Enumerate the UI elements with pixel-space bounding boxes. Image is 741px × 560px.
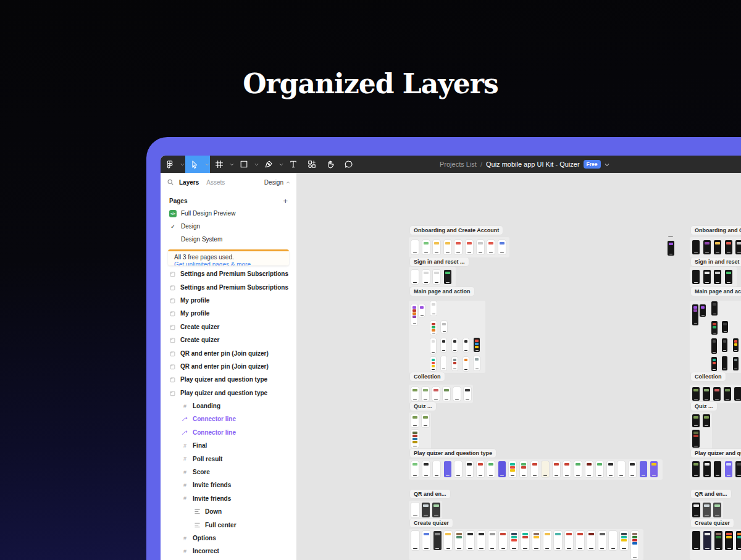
phone-frame-thumbnail[interactable] <box>711 301 718 316</box>
phone-frame-thumbnail[interactable] <box>498 240 506 254</box>
phone-frame-thumbnail[interactable] <box>692 531 700 550</box>
phone-frame-thumbnail[interactable] <box>713 503 721 517</box>
layer-row-final[interactable]: #Final <box>161 439 296 452</box>
phone-frame-thumbnail[interactable] <box>734 387 741 401</box>
section-label-create-quizer[interactable]: Create quizer <box>691 519 734 527</box>
phone-frame-thumbnail[interactable] <box>574 461 582 477</box>
section-label-onboarding-and-create-account[interactable]: Onboarding and Create Account <box>691 226 741 235</box>
phone-frame-thumbnail[interactable] <box>714 461 721 477</box>
phone-frame-thumbnail[interactable] <box>509 461 516 477</box>
phone-frame-thumbnail[interactable] <box>722 356 727 370</box>
phone-frame-thumbnail[interactable] <box>411 240 419 254</box>
layer-row-qr-and-enter-pin-join-quizer-[interactable]: QR and enter pin (Join quizer) <box>161 346 296 359</box>
frame-cluster[interactable] <box>690 412 712 449</box>
page-item-full-design-preview[interactable]: </>Full Design Preview <box>161 207 296 220</box>
phone-frame-thumbnail[interactable] <box>576 531 584 550</box>
phone-frame-thumbnail[interactable] <box>441 338 446 352</box>
phone-frame-thumbnail[interactable] <box>618 461 625 477</box>
phone-frame-thumbnail[interactable] <box>587 531 595 550</box>
phone-frame-thumbnail[interactable] <box>629 461 636 477</box>
phone-frame-thumbnail[interactable] <box>454 461 462 477</box>
section-label-collection[interactable]: Collection <box>691 372 726 381</box>
frame-cluster[interactable] <box>409 237 509 257</box>
tab-layers[interactable]: Layers <box>179 179 199 186</box>
phone-frame-thumbnail[interactable] <box>703 531 711 550</box>
phone-frame-thumbnail[interactable] <box>455 531 463 550</box>
tab-assets[interactable]: Assets <box>206 179 225 186</box>
layer-row-poll-result[interactable]: #Poll result <box>161 452 296 465</box>
frame-cluster[interactable] <box>409 267 456 287</box>
phone-frame-thumbnail[interactable] <box>520 461 527 477</box>
frame-cluster[interactable] <box>409 459 663 480</box>
frame-cluster[interactable] <box>409 385 473 403</box>
phone-frame-thumbnail[interactable] <box>411 270 419 284</box>
phone-frame-thumbnail[interactable] <box>521 531 529 550</box>
phone-frame-thumbnail[interactable] <box>422 461 430 477</box>
shape-chevron-icon[interactable] <box>253 156 259 173</box>
phone-frame-thumbnail[interactable] <box>454 240 462 254</box>
layer-row-down[interactable]: Down <box>161 505 296 518</box>
phone-frame-thumbnail[interactable] <box>422 414 429 427</box>
phone-frame-thumbnail[interactable] <box>444 270 451 284</box>
page-item-design[interactable]: ✓Design <box>161 220 296 233</box>
layer-row-create-quizer[interactable]: Create quizer <box>161 320 296 333</box>
phone-frame-thumbnail[interactable] <box>411 461 419 477</box>
phone-frame-thumbnail[interactable] <box>563 461 571 477</box>
layer-row-score[interactable]: #Score <box>161 466 296 479</box>
phone-frame-thumbnail[interactable] <box>466 531 474 550</box>
search-icon[interactable] <box>167 178 179 186</box>
phone-frame-thumbnail[interactable] <box>532 531 540 550</box>
phone-frame-thumbnail[interactable] <box>631 531 638 559</box>
phone-frame-thumbnail[interactable] <box>411 304 417 325</box>
phone-frame-thumbnail[interactable] <box>430 321 437 335</box>
layer-row-connector-line[interactable]: Connector line <box>161 426 296 439</box>
pen-chevron-icon[interactable] <box>278 156 284 173</box>
phone-frame-thumbnail[interactable] <box>736 531 741 550</box>
layer-row-my-profile[interactable]: My profile <box>161 294 296 307</box>
section-label-create-quizer[interactable]: Create quizer <box>410 519 453 527</box>
phone-frame-thumbnail[interactable] <box>452 338 458 352</box>
phone-frame-thumbnail[interactable] <box>422 503 430 517</box>
layer-row-create-quizer[interactable]: Create quizer <box>161 333 296 346</box>
hand-tool[interactable] <box>321 156 340 173</box>
phone-frame-thumbnail[interactable] <box>477 461 484 477</box>
phone-frame-thumbnail[interactable] <box>510 531 518 550</box>
phone-frame-thumbnail[interactable] <box>411 503 419 517</box>
frame-cluster[interactable] <box>690 237 741 257</box>
section-label-qr-and-en-[interactable]: QR and en... <box>691 490 731 498</box>
phone-frame-thumbnail[interactable] <box>553 461 560 477</box>
section-label-main-page-and-action[interactable]: Main page and action <box>691 287 741 296</box>
section-label-sign-in-and-reset-[interactable]: Sign in and reset ... <box>691 257 741 266</box>
phone-frame-thumbnail[interactable] <box>422 270 430 284</box>
layer-row-full-center[interactable]: Full center <box>161 518 296 531</box>
phone-frame-thumbnail[interactable] <box>725 461 732 477</box>
frame-cluster[interactable] <box>690 385 741 403</box>
phone-frame-thumbnail[interactable] <box>432 503 440 517</box>
phone-frame-thumbnail[interactable] <box>441 321 447 333</box>
phone-frame-thumbnail[interactable] <box>713 387 721 401</box>
phone-frame-thumbnail[interactable] <box>585 461 593 477</box>
phone-frame-thumbnail[interactable] <box>499 531 507 550</box>
section-label-play-quizer-and-question-type[interactable]: Play quizer and question type <box>691 449 741 458</box>
phone-frame-thumbnail[interactable] <box>453 387 461 401</box>
phone-frame-thumbnail[interactable] <box>411 387 419 401</box>
phone-frame-thumbnail[interactable] <box>598 531 606 550</box>
shape-tool[interactable] <box>235 156 253 173</box>
layer-row-options[interactable]: #Options <box>161 532 296 545</box>
phone-frame-thumbnail[interactable] <box>692 304 698 325</box>
section-label-quiz-[interactable]: Quiz ... <box>410 402 436 411</box>
phone-frame-thumbnail[interactable] <box>474 356 480 370</box>
phone-frame-thumbnail[interactable] <box>432 387 440 401</box>
phone-frame-thumbnail[interactable] <box>692 414 700 427</box>
phone-frame-thumbnail[interactable] <box>466 461 473 477</box>
section-label-quiz-[interactable]: Quiz ... <box>691 402 717 411</box>
phone-frame-thumbnail[interactable] <box>711 338 717 354</box>
phone-frame-thumbnail[interactable] <box>422 387 429 401</box>
phone-frame-thumbnail[interactable] <box>474 338 480 352</box>
frame-cluster[interactable] <box>409 301 485 373</box>
phone-frame-thumbnail[interactable] <box>733 357 739 370</box>
phone-frame-thumbnail[interactable] <box>477 240 484 254</box>
phone-frame-thumbnail[interactable] <box>735 461 741 477</box>
phone-frame-thumbnail[interactable] <box>464 387 471 401</box>
phone-frame-thumbnail[interactable] <box>725 240 732 254</box>
